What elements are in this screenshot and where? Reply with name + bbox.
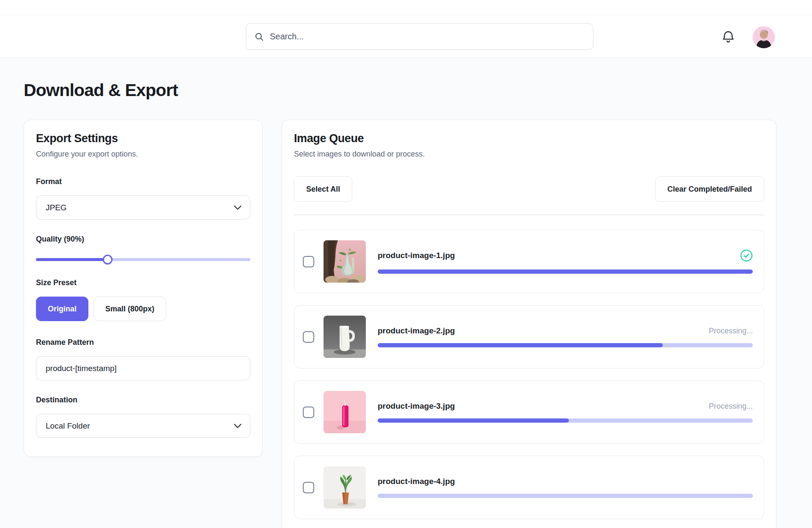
- item-filename: product-image-2.jpg: [378, 326, 455, 336]
- destination-selected-value: Local Folder: [46, 421, 90, 431]
- bell-icon: [721, 30, 735, 44]
- image-queue-subtitle: Select images to download or process.: [294, 150, 764, 159]
- format-label: Format: [36, 177, 250, 186]
- slider-fill: [36, 258, 108, 261]
- avatar-image: [753, 26, 775, 48]
- item-status: Processing...: [709, 327, 753, 336]
- rename-pattern-label: Rename Pattern: [36, 338, 250, 347]
- progress-bar: [378, 494, 753, 498]
- destination-label: Destination: [36, 396, 250, 404]
- image-queue-title: Image Queue: [294, 132, 764, 145]
- destination-select[interactable]: Local Folder: [36, 414, 250, 438]
- queue-list: product-image-1.jpg: [292, 230, 766, 519]
- image-queue-card: Image Queue Select images to download or…: [282, 120, 776, 528]
- size-preset-group: Original Small (800px): [36, 297, 250, 321]
- user-avatar[interactable]: [753, 26, 775, 48]
- progress-fill: [378, 343, 663, 347]
- quality-label: Quality (90%): [36, 235, 250, 244]
- export-settings-card: Export Settings Configure your export op…: [24, 120, 263, 457]
- rename-pattern-field-wrap: [36, 356, 250, 380]
- item-filename: product-image-1.jpg: [378, 251, 455, 260]
- progress-fill: [378, 270, 753, 274]
- chevron-down-icon: [234, 205, 241, 210]
- rename-pattern-input[interactable]: [46, 364, 241, 373]
- item-filename: product-image-3.jpg: [378, 402, 455, 411]
- size-preset-small-button[interactable]: Small (800px): [93, 297, 166, 321]
- queue-item: product-image-1.jpg: [294, 230, 764, 293]
- item-filename: product-image-4.jpg: [378, 477, 455, 486]
- progress-bar: [378, 343, 753, 347]
- item-status: Processing...: [709, 402, 753, 411]
- search-box[interactable]: [246, 23, 593, 50]
- item-checkbox[interactable]: [303, 482, 314, 493]
- page-title: Download & Export: [24, 80, 178, 100]
- queue-item: product-image-4.jpg: [294, 456, 764, 519]
- format-select[interactable]: JPEG: [36, 195, 250, 220]
- select-all-button[interactable]: Select All: [294, 176, 352, 202]
- progress-fill: [378, 418, 569, 423]
- export-settings-subtitle: Configure your export options.: [36, 150, 250, 159]
- progress-bar: [378, 418, 753, 423]
- format-selected-value: JPEG: [46, 203, 67, 212]
- search-icon: [255, 32, 264, 41]
- queue-item: product-image-2.jpg Processing...: [294, 305, 764, 368]
- size-preset-original-button[interactable]: Original: [36, 297, 88, 321]
- thumbnail-vase-photo: [324, 240, 366, 283]
- queue-item: product-image-3.jpg Processing...: [294, 380, 764, 444]
- thumbnail-potted-plant-photo: [324, 466, 366, 509]
- thumbnail-mug-photo: [324, 316, 366, 358]
- queue-toolbar: Select All Clear Completed/Failed: [292, 176, 766, 202]
- size-preset-label: Size Preset: [36, 278, 250, 287]
- search-input[interactable]: [270, 32, 584, 41]
- queue-divider: [294, 214, 764, 215]
- thumbnail-pink-bottle-photo: [324, 391, 366, 433]
- clear-completed-failed-button[interactable]: Clear Completed/Failed: [655, 176, 764, 202]
- item-checkbox[interactable]: [303, 256, 314, 267]
- item-checkbox[interactable]: [303, 331, 314, 343]
- slider-thumb[interactable]: [103, 255, 112, 264]
- export-settings-title: Export Settings: [36, 132, 250, 145]
- app-header: [0, 15, 812, 58]
- window-top-strip: [0, 0, 812, 15]
- check-circle-icon: [740, 249, 753, 262]
- notifications-button[interactable]: [719, 29, 738, 46]
- progress-bar: [378, 270, 753, 274]
- item-checkbox[interactable]: [303, 407, 314, 418]
- chevron-down-icon: [234, 424, 241, 428]
- quality-slider[interactable]: [36, 255, 250, 264]
